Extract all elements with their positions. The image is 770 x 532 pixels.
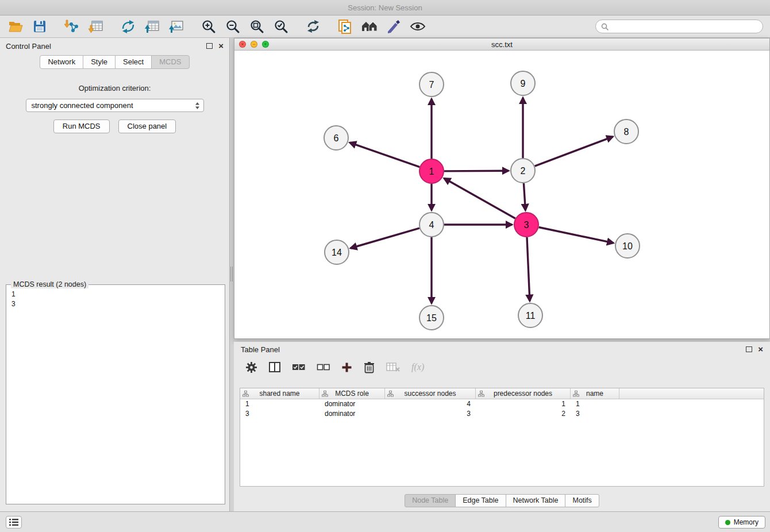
search-input[interactable]	[611, 22, 757, 30]
import-network-icon[interactable]	[63, 18, 80, 35]
table-row[interactable]: 3dominator323	[240, 409, 764, 419]
table-panel: Table Panel ×	[234, 342, 770, 511]
search-field[interactable]	[595, 20, 763, 33]
edge-4-14[interactable]	[351, 228, 419, 248]
table-panel-header: Table Panel ×	[234, 342, 770, 357]
result-line: 1	[11, 290, 225, 299]
memory-button-label: Memory	[734, 518, 759, 526]
control-panel-title: Control Panel	[6, 42, 51, 51]
tab-select[interactable]: Select	[115, 55, 152, 69]
node-label-15: 15	[426, 313, 437, 323]
select-updown-icon	[195, 102, 200, 110]
show-columns-icon[interactable]	[269, 362, 280, 372]
window-titlebar: Session: New Session	[0, 0, 770, 16]
close-table-panel-icon[interactable]: ×	[758, 346, 763, 352]
control-panel-tabs: NetworkStyleSelectMCDS	[0, 55, 229, 69]
table-cell[interactable]: 3	[240, 409, 319, 419]
node-label-1: 1	[429, 167, 434, 176]
unselect-all-columns-icon[interactable]	[317, 363, 330, 372]
node-label-4: 4	[429, 220, 434, 230]
tab-style[interactable]: Style	[83, 55, 116, 69]
tab-motifs[interactable]: Motifs	[565, 494, 599, 507]
table-settings-gear-icon[interactable]	[245, 361, 257, 373]
table-cell[interactable]: 3	[571, 409, 619, 419]
zoom-fit-icon[interactable]	[248, 18, 265, 35]
delete-column-icon[interactable]	[364, 361, 375, 373]
float-panel-icon[interactable]	[206, 43, 213, 49]
edge-1-2[interactable]	[444, 171, 509, 171]
search-icon	[601, 23, 609, 30]
edge-3-11[interactable]	[527, 237, 530, 301]
zoom-selected-icon[interactable]	[272, 18, 290, 35]
mcds-result-title: MCDS result (2 nodes)	[11, 280, 88, 288]
node-label-9: 9	[521, 79, 526, 88]
save-session-icon[interactable]	[31, 18, 48, 35]
tab-network-table[interactable]: Network Table	[506, 494, 566, 507]
open-session-icon[interactable]	[7, 18, 24, 35]
edge-2-8[interactable]	[535, 137, 613, 166]
create-column-icon[interactable]	[341, 362, 352, 373]
tab-mcds[interactable]: MCDS	[151, 55, 189, 69]
optimization-select-value: strongly connected component	[32, 101, 133, 110]
optimization-select[interactable]: strongly connected component	[26, 99, 204, 112]
window-title: Session: New Session	[348, 3, 422, 12]
tab-edge-table[interactable]: Edge Table	[455, 494, 506, 507]
window-close-icon[interactable]: ×	[239, 41, 246, 48]
select-all-columns-icon[interactable]	[292, 363, 305, 372]
run-mcds-button[interactable]: Run MCDS	[53, 119, 110, 133]
column-header-shared-name[interactable]: shared name	[240, 388, 319, 399]
float-table-panel-icon[interactable]	[746, 346, 752, 352]
window-minimize-icon[interactable]: −	[251, 41, 257, 48]
table-cell[interactable]: 1	[571, 399, 619, 409]
table-cell[interactable]: dominator	[319, 409, 385, 419]
close-panel-icon[interactable]: ×	[218, 43, 224, 49]
column-sort-icon	[478, 391, 484, 397]
export-network-icon[interactable]	[120, 18, 137, 35]
tab-network[interactable]: Network	[40, 55, 83, 69]
control-panel-header: Control Panel ×	[0, 38, 229, 54]
table-cell[interactable]: dominator	[319, 399, 385, 409]
edge-2-3[interactable]	[523, 183, 525, 210]
node-label-10: 10	[622, 241, 633, 251]
network-window-title: scc.txt	[491, 40, 513, 49]
panel-splitter[interactable]	[230, 38, 234, 511]
table-cell[interactable]: 4	[385, 399, 476, 409]
network-canvas[interactable]: 7968124314101511	[234, 51, 769, 338]
column-sort-icon	[573, 391, 579, 397]
table-cell[interactable]: 1	[240, 399, 319, 409]
column-header-successor-nodes[interactable]: successor nodes	[385, 388, 476, 399]
network-home-icon[interactable]	[361, 18, 378, 35]
apply-layout-icon[interactable]	[305, 18, 322, 35]
column-sort-icon	[242, 391, 249, 397]
column-header-predecessor-nodes[interactable]: predecessor nodes	[476, 388, 571, 399]
copy-network-icon[interactable]	[337, 18, 354, 35]
edge-1-6[interactable]	[350, 142, 420, 167]
memory-button[interactable]: Memory	[718, 516, 765, 529]
apply-style-icon[interactable]	[385, 18, 402, 35]
close-panel-button[interactable]: Close panel	[118, 119, 176, 133]
column-header-MCDS-role[interactable]: MCDS role	[319, 388, 385, 399]
import-table-icon[interactable]	[87, 18, 105, 35]
edge-3-1[interactable]	[444, 178, 515, 218]
table-tabs: Node TableEdge TableNetwork TableMotifs	[234, 494, 770, 507]
node-table-body: 1dominator4113dominator323	[240, 399, 764, 419]
table-cell[interactable]: 3	[385, 409, 476, 419]
export-image-icon[interactable]	[168, 18, 185, 35]
zoom-out-icon[interactable]	[224, 18, 241, 35]
view-group	[337, 18, 426, 35]
show-hide-icon[interactable]	[409, 18, 426, 35]
table-cell[interactable]: 2	[476, 409, 571, 419]
table-row[interactable]: 1dominator411	[240, 399, 764, 409]
column-header-name[interactable]: name	[571, 388, 619, 399]
node-table: shared nameMCDS rolesuccessor nodesprede…	[240, 388, 764, 487]
control-panel: Control Panel × NetworkStyleSelectMCDS O…	[0, 38, 230, 511]
tab-node-table[interactable]: Node Table	[405, 494, 456, 507]
zoom-in-icon[interactable]	[200, 18, 217, 35]
result-line: 3	[11, 299, 225, 309]
edge-3-10[interactable]	[539, 228, 614, 243]
table-cell[interactable]: 1	[476, 399, 571, 409]
node-label-3: 3	[524, 220, 529, 230]
export-table-icon[interactable]	[144, 18, 161, 35]
task-history-button[interactable]	[6, 516, 22, 529]
window-zoom-icon[interactable]: +	[262, 41, 269, 48]
